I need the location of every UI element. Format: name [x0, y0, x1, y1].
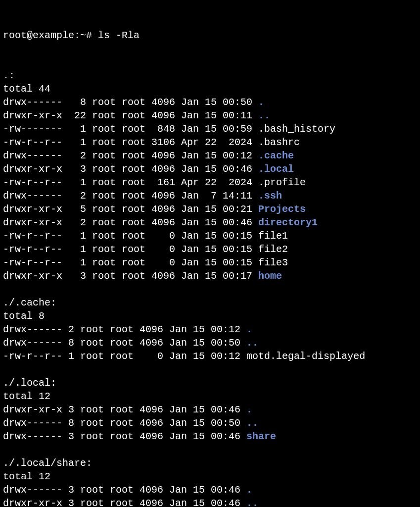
ls-row-meta: drwx------ 2 root root 4096 Jan 7 14:11 — [3, 190, 258, 202]
ls-row: drwxr-xr-x 2 root root 4096 Jan 15 00:46… — [3, 216, 417, 229]
ls-file-name: file3 — [258, 257, 288, 268]
ls-dir-name: directory1 — [258, 217, 318, 228]
ls-row: -rw-r--r-- 1 root root 0 Jan 15 00:12 mo… — [3, 350, 417, 363]
blank-line — [3, 283, 417, 296]
ls-row-meta: drwxr-xr-x 3 root root 4096 Jan 15 00:46 — [3, 498, 246, 507]
section-header: ./.local: — [3, 376, 417, 390]
ls-row-meta: drwxr-xr-x 22 root root 4096 Jan 15 00:1… — [3, 110, 258, 121]
ls-row-meta: drwx------ 3 root root 4096 Jan 15 00:46 — [3, 431, 246, 442]
ls-file-name: .bash_history — [258, 123, 335, 135]
ls-row: -rw-r--r-- 1 root root 3106 Apr 22 2024 … — [3, 136, 417, 149]
ls-dir-name: . — [246, 404, 252, 415]
ls-row: drwxr-xr-x 3 root root 4096 Jan 15 00:46… — [3, 162, 417, 176]
ls-dir-name: .. — [246, 337, 258, 349]
ls-row-meta: drwx------ 3 root root 4096 Jan 15 00:46 — [3, 484, 246, 496]
ls-row-meta: drwxr-xr-x 5 root root 4096 Jan 15 00:21 — [3, 203, 258, 215]
ls-row: -rw------- 1 root root 848 Jan 15 00:59 … — [3, 122, 417, 136]
ls-dir-name: . — [246, 324, 252, 335]
ls-row-meta: -rw-r--r-- 1 root root 0 Jan 15 00:15 — [3, 244, 258, 255]
ls-row-meta: drwx------ 2 root root 4096 Jan 15 00:12 — [3, 150, 258, 161]
terminal-output[interactable]: root@example:~# ls -Rla .:total 44drwx--… — [0, 0, 420, 507]
section-total: total 44 — [3, 82, 417, 96]
ls-row: drwx------ 3 root root 4096 Jan 15 00:46… — [3, 483, 417, 497]
ls-file-name: file2 — [258, 244, 288, 255]
ls-row-meta: drwxr-xr-x 3 root root 4096 Jan 15 00:46 — [3, 163, 258, 175]
ls-output: .:total 44drwx------ 8 root root 4096 Ja… — [3, 69, 417, 507]
ls-row: drwxr-xr-x 5 root root 4096 Jan 15 00:21… — [3, 203, 417, 216]
ls-row: drwx------ 8 root root 4096 Jan 15 00:50… — [3, 336, 417, 350]
ls-row: drwx------ 2 root root 4096 Jan 7 14:11 … — [3, 189, 417, 203]
ls-dir-name: .. — [246, 417, 258, 429]
ls-dir-name: .ssh — [258, 190, 282, 202]
ls-row-meta: -rw-r--r-- 1 root root 0 Jan 15 00:15 — [3, 230, 258, 242]
prompt-command: ls -Rla — [98, 30, 140, 41]
ls-row-meta: -rw-r--r-- 1 root root 161 Apr 22 2024 — [3, 177, 258, 188]
section-total: total 12 — [3, 470, 417, 483]
ls-row-meta: drwxr-xr-x 3 root root 4096 Jan 15 00:46 — [3, 404, 246, 415]
ls-dir-name: home — [258, 270, 282, 282]
ls-row: -rw-r--r-- 1 root root 0 Jan 15 00:15 fi… — [3, 256, 417, 269]
ls-row: drwx------ 8 root root 4096 Jan 15 00:50… — [3, 96, 417, 109]
ls-row: -rw-r--r-- 1 root root 0 Jan 15 00:15 fi… — [3, 243, 417, 256]
ls-dir-name: .cache — [258, 150, 294, 161]
ls-row-meta: -rw-r--r-- 1 root root 0 Jan 15 00:15 — [3, 257, 258, 268]
section-header: .: — [3, 69, 417, 82]
ls-row: -rw-r--r-- 1 root root 161 Apr 22 2024 .… — [3, 176, 417, 189]
ls-row: -rw-r--r-- 1 root root 0 Jan 15 00:15 fi… — [3, 229, 417, 243]
section-header: ./.local/share: — [3, 456, 417, 470]
ls-dir-name: .. — [258, 110, 270, 121]
section-header: ./.cache: — [3, 296, 417, 309]
prompt-hash: # — [86, 30, 92, 41]
ls-row-meta: drwx------ 8 root root 4096 Jan 15 00:50 — [3, 337, 246, 349]
ls-file-name: .profile — [258, 177, 306, 188]
ls-row: drwxr-xr-x 22 root root 4096 Jan 15 00:1… — [3, 109, 417, 122]
ls-row: drwx------ 8 root root 4096 Jan 15 00:50… — [3, 416, 417, 430]
prompt-user-host: root@example — [3, 30, 74, 41]
ls-row-meta: -rw------- 1 root root 848 Jan 15 00:59 — [3, 123, 258, 135]
prompt-cwd: ~ — [80, 30, 86, 41]
ls-dir-name: . — [258, 97, 264, 108]
ls-row-meta: drwx------ 8 root root 4096 Jan 15 00:50 — [3, 417, 246, 429]
ls-row-meta: -rw-r--r-- 1 root root 0 Jan 15 00:12 — [3, 351, 246, 362]
prompt-line: root@example:~# ls -Rla — [3, 29, 417, 42]
section-total: total 8 — [3, 309, 417, 323]
ls-row-meta: drwxr-xr-x 3 root root 4096 Jan 15 00:17 — [3, 270, 258, 282]
blank-line — [3, 363, 417, 376]
ls-row: drwx------ 2 root root 4096 Jan 15 00:12… — [3, 323, 417, 336]
ls-dir-name: Projects — [258, 203, 306, 215]
ls-row-meta: drwx------ 8 root root 4096 Jan 15 00:50 — [3, 97, 258, 108]
ls-row: drwxr-xr-x 3 root root 4096 Jan 15 00:46… — [3, 497, 417, 507]
ls-row-meta: -rw-r--r-- 1 root root 3106 Apr 22 2024 — [3, 137, 258, 148]
ls-dir-name: .local — [258, 163, 294, 175]
ls-row: drwx------ 3 root root 4096 Jan 15 00:46… — [3, 430, 417, 443]
ls-dir-name: share — [246, 431, 276, 442]
section-total: total 12 — [3, 390, 417, 403]
ls-file-name: file1 — [258, 230, 288, 242]
blank-line — [3, 443, 417, 456]
ls-row-meta: drwx------ 2 root root 4096 Jan 15 00:12 — [3, 324, 246, 335]
ls-dir-name: . — [246, 484, 252, 496]
ls-dir-name: .. — [246, 498, 258, 507]
ls-file-name: motd.legal-displayed — [246, 351, 365, 362]
ls-row: drwxr-xr-x 3 root root 4096 Jan 15 00:17… — [3, 269, 417, 283]
ls-row-meta: drwxr-xr-x 2 root root 4096 Jan 15 00:46 — [3, 217, 258, 228]
ls-row: drwxr-xr-x 3 root root 4096 Jan 15 00:46… — [3, 403, 417, 416]
ls-file-name: .bashrc — [258, 137, 300, 148]
ls-row: drwx------ 2 root root 4096 Jan 15 00:12… — [3, 149, 417, 162]
